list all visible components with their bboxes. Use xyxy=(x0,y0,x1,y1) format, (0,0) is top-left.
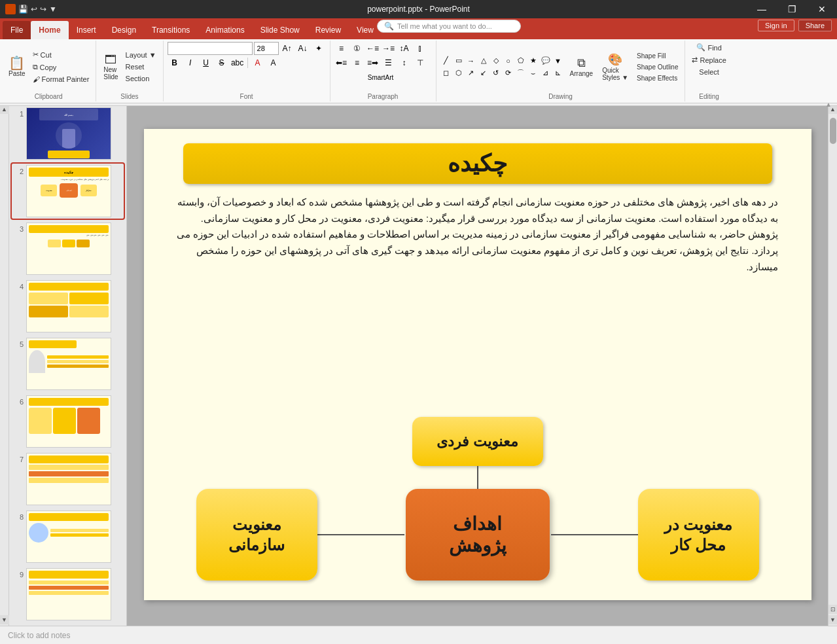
slide-thumb-5[interactable]: 5 xyxy=(12,336,124,391)
slide-num-4: 4 xyxy=(13,283,24,291)
cut-button[interactable]: ✂Cut xyxy=(30,49,92,60)
quick-undo[interactable]: ↩ xyxy=(31,5,37,14)
shape-pentagon[interactable]: ⬠ xyxy=(515,55,527,67)
quick-styles-button[interactable]: 🎨 QuickStyles ▼ xyxy=(599,50,632,83)
font-name-input[interactable] xyxy=(168,42,253,55)
shape-outline-button[interactable]: Shape Outline xyxy=(634,62,681,72)
paste-button[interactable]: 📋 Paste xyxy=(5,54,29,79)
decrease-font-button[interactable]: A↓ xyxy=(296,42,310,55)
slide-thumb-1[interactable]: 1 بسم الله xyxy=(12,106,124,161)
tab-review[interactable]: Review xyxy=(308,21,349,39)
shape-callout[interactable]: 💬 xyxy=(540,55,552,67)
shape-6[interactable]: ↺ xyxy=(490,67,502,79)
smartart-button[interactable]: SmartArt xyxy=(374,71,388,84)
shape-7[interactable]: ⟳ xyxy=(503,67,514,79)
slide-thumb-7[interactable]: 7 xyxy=(12,452,124,507)
shape-10[interactable]: ⊿ xyxy=(540,67,552,79)
text-direction-button[interactable]: ↕A xyxy=(397,42,412,55)
notes-bar[interactable]: Click to add notes xyxy=(0,626,837,644)
slides-label: Slides xyxy=(100,92,158,100)
shape-8[interactable]: ⌒ xyxy=(515,67,527,79)
format-painter-button[interactable]: 🖌Format Painter xyxy=(30,74,92,84)
tab-design[interactable]: Design xyxy=(104,21,144,39)
justify-button[interactable]: ☰ xyxy=(382,56,396,69)
align-left-button[interactable]: ⬅≡ xyxy=(334,56,349,69)
reset-button[interactable]: Reset xyxy=(123,62,159,72)
slide-thumb-2[interactable]: 2 چکیده در دهه های اخیر، پژوهش های مختلف… xyxy=(12,164,124,219)
shape-effects-button[interactable]: Shape Effects xyxy=(634,73,681,83)
close-button[interactable]: ✕ xyxy=(807,0,837,18)
select-button[interactable]: Select xyxy=(696,67,722,77)
signin-button[interactable]: Sign in xyxy=(758,20,794,31)
align-text-button[interactable]: ⊤ xyxy=(413,56,427,69)
share-button[interactable]: Share xyxy=(798,20,832,31)
tab-animations[interactable]: Animations xyxy=(198,21,252,39)
shape-arrow[interactable]: → xyxy=(465,55,477,67)
clear-format-button[interactable]: ✦ xyxy=(312,42,326,55)
shape-star[interactable]: ★ xyxy=(527,55,539,67)
find-button[interactable]: 🔍Find xyxy=(694,42,724,53)
replace-button[interactable]: ⇄Replace xyxy=(689,54,728,65)
shape-2[interactable]: ◻ xyxy=(440,67,452,79)
shape-5[interactable]: ↙ xyxy=(478,67,490,79)
scroll-thumb[interactable] xyxy=(830,118,836,144)
slide-thumb-3[interactable]: 3 متن متن متن متن متن متن xyxy=(12,221,124,276)
shadow-button[interactable]: abc xyxy=(230,56,245,69)
shape-triangle[interactable]: △ xyxy=(478,55,490,67)
font-color-button[interactable]: A xyxy=(251,56,265,69)
section-button[interactable]: Section xyxy=(123,73,159,84)
tab-file[interactable]: File xyxy=(3,21,31,39)
tab-insert[interactable]: Insert xyxy=(69,21,104,39)
slide-thumb-8[interactable]: 8 xyxy=(12,509,124,564)
tab-slideshow[interactable]: Slide Show xyxy=(253,21,308,39)
slide-thumb-4[interactable]: 4 xyxy=(12,279,124,334)
shape-9[interactable]: ⌣ xyxy=(527,67,539,79)
shape-more[interactable]: ▼ xyxy=(552,55,564,67)
slide-panel: 1 بسم الله 2 چکیده در دهه های اخیر، پژوه… xyxy=(9,103,127,626)
underline-button[interactable]: U xyxy=(199,56,213,69)
align-right-button[interactable]: ≡➡ xyxy=(366,56,380,69)
slide-thumb-9[interactable]: 9 xyxy=(12,567,124,622)
scroll-fit[interactable]: ⊡ xyxy=(828,605,838,614)
quick-customize[interactable]: ▼ xyxy=(49,5,57,14)
highlight-button[interactable]: A xyxy=(266,56,281,69)
increase-font-button[interactable]: A↑ xyxy=(280,42,294,55)
numbering-button[interactable]: ① xyxy=(350,42,365,55)
search-box[interactable]: 🔍 Tell me what you want to do... xyxy=(377,20,521,33)
bullets-button[interactable]: ≡ xyxy=(334,42,349,55)
quick-save[interactable]: 💾 xyxy=(18,5,28,14)
shape-ellipse[interactable]: ○ xyxy=(503,55,514,67)
main-canvas[interactable]: چکیده در دهه های اخیر، پژوهش های مختلفی … xyxy=(127,103,828,626)
shape-rect[interactable]: ▭ xyxy=(453,55,465,67)
maximize-button[interactable]: ❐ xyxy=(777,0,807,18)
new-slide-button[interactable]: 🗔 NewSlide xyxy=(100,52,121,82)
shape-11[interactable]: ⊾ xyxy=(552,67,564,79)
italic-button[interactable]: I xyxy=(183,56,198,69)
line-spacing-button[interactable]: ↕ xyxy=(397,56,412,69)
slide-thumb-6[interactable]: 6 xyxy=(12,394,124,449)
scroll-down[interactable]: ▼ xyxy=(0,615,9,624)
align-center-button[interactable]: ≡ xyxy=(350,56,365,69)
ribbon: File Home Insert Design Transitions Anim… xyxy=(0,18,837,103)
columns-button[interactable]: ⫿ xyxy=(413,42,427,55)
copy-button[interactable]: ⧉Copy xyxy=(30,62,92,73)
shape-line[interactable]: ╱ xyxy=(440,55,452,67)
right-scroll-down[interactable]: ▼ xyxy=(828,615,838,624)
shape-diamond[interactable]: ◇ xyxy=(490,55,502,67)
shape-4[interactable]: ↗ xyxy=(465,67,477,79)
strikethrough-button[interactable]: S xyxy=(215,56,229,69)
arrange-button[interactable]: ⧉ Arrange xyxy=(567,54,597,79)
indent-more-button[interactable]: →≡ xyxy=(382,42,396,55)
slide-num-2: 2 xyxy=(13,168,24,175)
tab-home[interactable]: Home xyxy=(31,21,68,39)
tab-transitions[interactable]: Transitions xyxy=(144,21,198,39)
quick-redo[interactable]: ↪ xyxy=(40,5,46,14)
font-size-input[interactable] xyxy=(254,42,279,55)
indent-less-button[interactable]: ←≡ xyxy=(366,42,380,55)
shape-fill-button[interactable]: Shape Fill xyxy=(634,51,681,61)
bold-button[interactable]: B xyxy=(168,56,182,69)
minimize-button[interactable]: — xyxy=(747,0,777,18)
layout-button[interactable]: Layout ▼ xyxy=(123,50,159,60)
scroll-up[interactable]: ▲ xyxy=(0,105,9,114)
shape-3[interactable]: ⬡ xyxy=(453,67,465,79)
